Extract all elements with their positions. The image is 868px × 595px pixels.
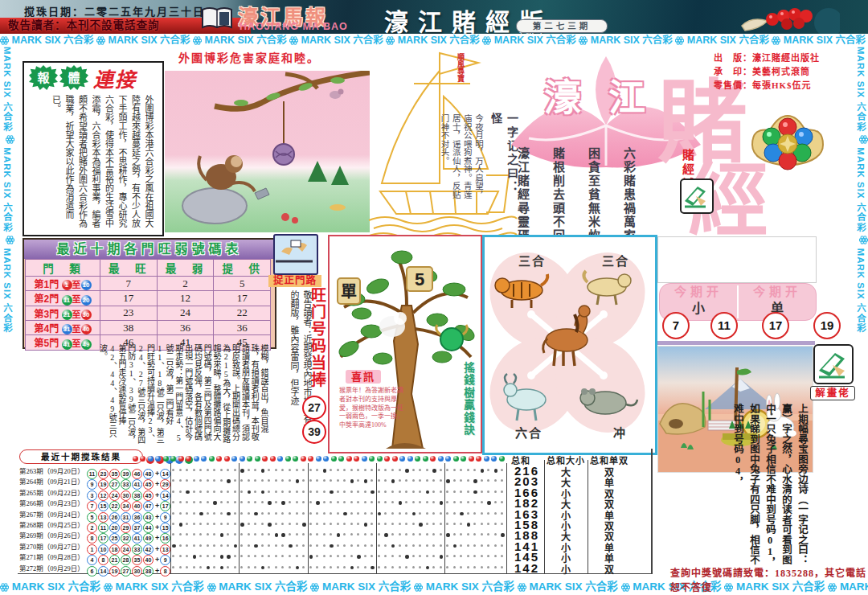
zodiac-label-bottomright: 冲 xyxy=(613,424,627,441)
open-ball-17: 17 xyxy=(762,312,789,339)
grid-dot xyxy=(186,479,188,482)
grid-ball-24 xyxy=(308,456,313,462)
banner-unit: MARK SIX 六合彩 xyxy=(2,244,12,333)
grid-dot xyxy=(323,469,327,473)
grid-dot xyxy=(275,566,277,568)
grid-dot xyxy=(309,512,312,515)
grid-dot xyxy=(309,544,312,547)
banner-unit: MARK SIX 六合彩 xyxy=(675,35,772,46)
grid-dot xyxy=(446,566,448,568)
grid-dot xyxy=(501,501,503,503)
berries-decoration-icon xyxy=(735,2,840,34)
svg-text:單: 單 xyxy=(341,283,357,301)
marksix-flower-icon xyxy=(96,36,105,45)
grid-dot xyxy=(296,501,298,503)
grid-dot xyxy=(207,512,209,515)
grid-dot xyxy=(384,490,387,493)
result-period: 第266期（09月23日） xyxy=(19,498,84,507)
grid-dot xyxy=(254,501,256,503)
grid-dot xyxy=(275,512,277,515)
picture-explainer-label: 解畫佬 xyxy=(810,386,855,400)
grid-dot xyxy=(330,490,334,494)
grid-dot xyxy=(453,544,457,548)
grid-dot xyxy=(296,555,298,557)
grid-dot xyxy=(309,566,312,568)
picture-explainer-text: 上期幅尋宝图旁边诗（一字记之曰：赢）字之然，心水清的读者可看到图中一只兔子相信不… xyxy=(662,404,810,569)
grid-dot xyxy=(248,533,250,536)
grid-dot xyxy=(268,523,272,527)
marksix-flower-icon xyxy=(859,135,868,144)
grid-dot xyxy=(405,512,407,515)
grid-dot xyxy=(481,566,483,568)
grid-dot xyxy=(419,512,421,515)
marksix-banner-right: MARK SIX 六合彩 MARK SIX 六合彩 MARK SIX 六合彩 M… xyxy=(854,47,868,578)
draw-date: 搅珠日期：二零二五年九月三十日 xyxy=(24,3,205,18)
grid-dot xyxy=(343,555,346,557)
grid-dot xyxy=(330,533,332,536)
grid-dot xyxy=(405,479,407,482)
grid-dot xyxy=(323,479,326,482)
grid-dot xyxy=(446,555,448,557)
grid-dot xyxy=(248,555,250,557)
grid-dot xyxy=(371,490,375,494)
grid-dot xyxy=(261,566,265,570)
grid-dot xyxy=(281,523,284,525)
grid-dot xyxy=(220,490,223,493)
grid-dot xyxy=(371,533,373,536)
grid-dot xyxy=(494,555,497,557)
grid-dot xyxy=(240,523,244,527)
publisher-line: 出 版：濠江賭經出版社 xyxy=(714,51,820,65)
grid-dot xyxy=(207,533,209,536)
grid-dot xyxy=(446,544,448,547)
open-ball-19: 19 xyxy=(813,312,841,339)
open-ball-11: 11 xyxy=(710,312,738,339)
grid-dot xyxy=(357,469,359,471)
banner-unit: MARK SIX 六合彩 xyxy=(2,47,12,135)
grid-dot xyxy=(440,523,442,525)
grid-dot xyxy=(405,523,407,525)
grid-dot xyxy=(473,469,476,471)
grid-dot xyxy=(213,533,215,536)
grid-dot xyxy=(172,512,174,515)
grid-dot xyxy=(440,566,442,568)
grid-dot xyxy=(179,533,182,536)
grid-dot xyxy=(473,555,476,557)
grid-dot xyxy=(364,566,366,568)
grid-dot xyxy=(467,533,469,536)
grid-dot xyxy=(426,501,428,503)
sum-value: 142 xyxy=(514,561,539,575)
parity-value: 双 xyxy=(604,562,614,577)
grid-ball-9 xyxy=(194,456,199,462)
grid-dot xyxy=(399,490,401,493)
grid-dot xyxy=(432,544,435,547)
grid-dot xyxy=(494,501,497,503)
grid-dot xyxy=(240,512,243,515)
grid-ball-36 xyxy=(399,456,405,462)
drawn-ball: 14 xyxy=(98,566,108,577)
grid-ball-3 xyxy=(148,456,154,462)
grid-ball-15 xyxy=(240,456,245,462)
grid-dot xyxy=(248,490,252,494)
grid-dot xyxy=(487,566,489,568)
grid-dot xyxy=(487,479,489,482)
hot-weak-table-title: 最近十期各門旺弱號碼表 xyxy=(24,240,275,259)
grid-ball-47 xyxy=(484,456,489,462)
grid-dot xyxy=(350,566,354,570)
grid-ball-40 xyxy=(430,456,436,462)
grid-ball-17 xyxy=(255,456,260,462)
grid-dot xyxy=(186,469,188,471)
section-border xyxy=(651,449,653,573)
offer-cell: 22 xyxy=(214,306,271,320)
grid-dot xyxy=(426,533,428,536)
poem-body: 今夜月明，万人启望，庙祝公喂狗煮神。青莲居士，谣派仙人，反贴门神不对头。 xyxy=(437,114,484,204)
grid-dot xyxy=(399,512,401,515)
hot-table-header: 提 供 xyxy=(214,260,271,277)
grid-dot xyxy=(193,479,195,482)
grid-dot xyxy=(426,555,428,557)
window-hands-icon xyxy=(273,234,318,275)
grid-dot xyxy=(220,501,223,503)
grid-dot xyxy=(330,544,334,548)
grid-dot xyxy=(275,479,277,482)
grid-dot xyxy=(240,501,243,503)
grid-dot xyxy=(179,566,182,568)
